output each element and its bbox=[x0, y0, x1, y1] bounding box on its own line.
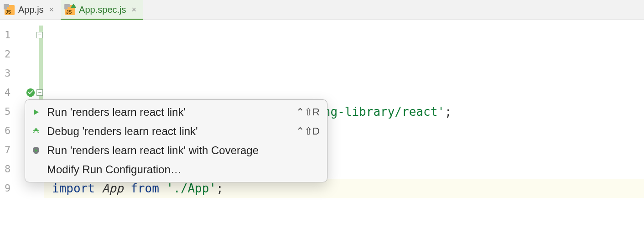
js-test-file-icon: JS bbox=[65, 5, 75, 15]
run-context-menu: Run 'renders learn react link' ⌃⇧R Debug… bbox=[25, 99, 327, 182]
menu-item-label: Modify Run Configuration… bbox=[47, 163, 314, 176]
menu-item-coverage[interactable]: Run 'renders learn react link' with Cove… bbox=[25, 141, 327, 160]
play-icon bbox=[31, 108, 42, 116]
menu-item-label: Run 'renders learn react link' with Cove… bbox=[47, 144, 314, 157]
bug-icon bbox=[31, 127, 42, 136]
tab-app-js[interactable]: JS App.js × bbox=[0, 0, 61, 20]
menu-item-label: Run 'renders learn react link' bbox=[47, 106, 291, 119]
tab-label: App.spec.js bbox=[79, 5, 126, 15]
js-file-icon: JS bbox=[5, 5, 15, 15]
menu-item-debug[interactable]: Debug 'renders learn react link' ⌃⇧D bbox=[25, 122, 327, 141]
t bbox=[95, 181, 102, 195]
tab-bar: JS App.js × JS App.spec.js × bbox=[0, 0, 644, 20]
tab-app-spec-js[interactable]: JS App.spec.js × bbox=[61, 0, 143, 20]
t: ; bbox=[216, 181, 223, 195]
menu-item-shortcut: ⌃⇧R bbox=[296, 106, 320, 118]
close-icon[interactable]: × bbox=[49, 5, 54, 15]
fold-toggle-icon[interactable]: − bbox=[36, 89, 43, 96]
menu-item-shortcut: ⌃⇧D bbox=[296, 125, 320, 137]
t: ; bbox=[445, 105, 452, 119]
t: './App' bbox=[166, 181, 216, 195]
menu-item-run[interactable]: Run 'renders learn react link' ⌃⇧R bbox=[25, 103, 327, 122]
fold-toggle-icon[interactable]: − bbox=[36, 32, 43, 38]
t: App bbox=[102, 181, 124, 195]
tab-label: App.js bbox=[18, 5, 44, 15]
run-test-gutter-icon[interactable] bbox=[26, 88, 36, 98]
shield-play-icon bbox=[31, 146, 42, 155]
t: from bbox=[124, 181, 166, 195]
menu-item-modify-config[interactable]: Modify Run Configuration… bbox=[25, 160, 327, 179]
menu-item-label: Debug 'renders learn react link' bbox=[47, 125, 291, 138]
t: import bbox=[52, 181, 95, 195]
close-icon[interactable]: × bbox=[132, 5, 137, 15]
